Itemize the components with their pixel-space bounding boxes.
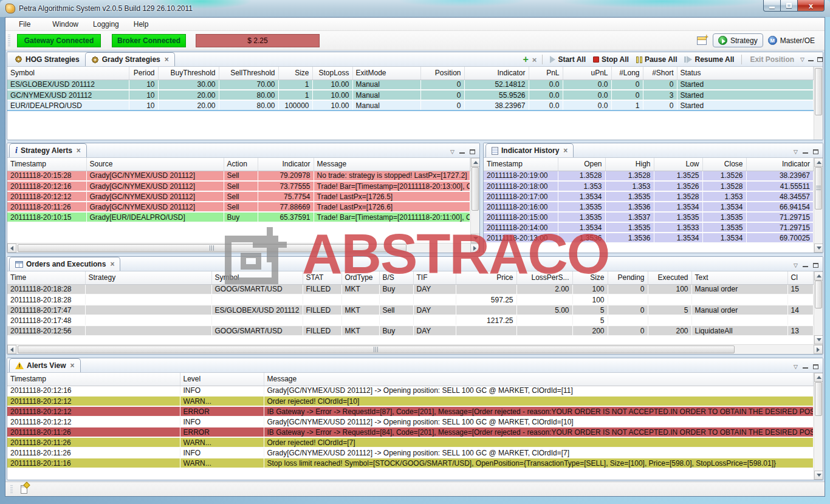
fast-view-icon[interactable] bbox=[21, 485, 27, 494]
table-row[interactable]: 20111118-20:12:16INFOGrady[GC/NYMEX/USD … bbox=[7, 386, 814, 396]
maximize-view-icon[interactable] bbox=[817, 57, 823, 62]
column-header[interactable]: PnL bbox=[529, 67, 563, 80]
table-row[interactable]: 20111118-20:18:28597.25100 bbox=[7, 295, 814, 305]
tab-indicator-history[interactable]: Indicator History × bbox=[485, 143, 574, 157]
open-perspective-icon[interactable] bbox=[697, 36, 707, 45]
stop-all-button[interactable]: Stop All bbox=[591, 55, 631, 64]
minimize-view-icon[interactable] bbox=[803, 266, 808, 268]
table-row[interactable]: 20111118-20:11:16WARN...Stop loss limit … bbox=[7, 458, 814, 468]
column-header[interactable]: Action bbox=[224, 158, 258, 171]
scroll-left-button[interactable] bbox=[7, 345, 16, 354]
pause-all-button[interactable]: Pause All bbox=[634, 55, 679, 64]
delete-strategy-icon[interactable]: × bbox=[532, 55, 537, 64]
column-header[interactable]: Indicator bbox=[464, 67, 529, 80]
column-header[interactable]: Price bbox=[456, 271, 516, 284]
table-row[interactable]: 20111118-20:17:47ES/GLOBEX/USD 201112FIL… bbox=[7, 305, 814, 315]
table-row[interactable]: 20111118-20:14:001.35341.35351.35331.353… bbox=[484, 222, 814, 233]
price-status-button[interactable]: $ 2.25 bbox=[196, 34, 320, 47]
column-header[interactable]: Symbol bbox=[211, 271, 303, 284]
column-header[interactable]: Pending bbox=[608, 271, 648, 284]
menu-item[interactable]: Help bbox=[126, 18, 156, 30]
view-menu-icon[interactable]: ▽ bbox=[794, 262, 798, 268]
perspective-strategy[interactable]: Strategy bbox=[713, 33, 763, 47]
minimize-view-icon[interactable] bbox=[459, 152, 465, 154]
close-tab-icon[interactable]: × bbox=[69, 361, 74, 370]
column-header[interactable]: #Short bbox=[643, 67, 677, 80]
perspective-master-oe[interactable]: M Master/OE bbox=[763, 34, 820, 47]
close-tab-icon[interactable]: × bbox=[109, 260, 114, 268]
maximize-button[interactable] bbox=[781, 0, 797, 12]
column-header[interactable]: TIF bbox=[413, 271, 456, 284]
maximize-view-icon[interactable] bbox=[813, 263, 818, 268]
column-header[interactable]: Message bbox=[264, 373, 814, 386]
table-row[interactable]: 20111118-20:10:15Grady[EUR/IDEALPRO/USD]… bbox=[7, 212, 470, 222]
close-tab-icon[interactable]: × bbox=[163, 55, 169, 64]
column-header[interactable]: BuyThreshold bbox=[158, 67, 219, 80]
table-row[interactable]: EUR/IDEALPRO/USD1020.0080.0010000010.00M… bbox=[7, 100, 814, 111]
table-row[interactable]: 20111118-20:18:28GOOG/SMART/USDFILLEDMKT… bbox=[7, 284, 814, 295]
vertical-scrollbar[interactable] bbox=[814, 271, 823, 344]
table-row[interactable]: 20111118-20:12:56GOOG/SMART/USDFILLEDMKT… bbox=[7, 325, 814, 336]
table-row[interactable]: 20111118-20:16:001.35351.35361.35341.353… bbox=[484, 202, 814, 212]
view-menu-icon[interactable]: ▽ bbox=[450, 149, 454, 155]
column-header[interactable]: Level bbox=[180, 373, 264, 386]
view-menu-icon[interactable]: ▽ bbox=[794, 149, 798, 155]
column-header[interactable]: Symbol bbox=[7, 67, 129, 80]
view-menu-icon[interactable]: ▽ bbox=[800, 56, 804, 63]
start-all-button[interactable]: Start All bbox=[548, 55, 588, 64]
toolbar-grip[interactable] bbox=[8, 35, 10, 47]
column-header[interactable]: Size bbox=[572, 271, 608, 284]
maximize-view-icon[interactable] bbox=[470, 149, 475, 154]
scroll-up-button[interactable] bbox=[814, 271, 823, 281]
table-row[interactable]: ES/GLOBEX/USD 2011121030.0070.00110.00Ma… bbox=[7, 80, 814, 90]
minimize-view-icon[interactable] bbox=[803, 367, 808, 369]
column-header[interactable]: STAT bbox=[303, 271, 341, 284]
maximize-view-icon[interactable] bbox=[813, 149, 818, 154]
table-row[interactable]: GC/NYMEX/USD 2011121020.0080.00110.00Man… bbox=[7, 90, 814, 100]
minimize-view-icon[interactable] bbox=[808, 60, 814, 62]
resume-all-button[interactable]: Resume All bbox=[682, 55, 736, 64]
table-row[interactable]: 20111118-20:18:001.3531.3531.35261.35284… bbox=[484, 181, 814, 191]
add-strategy-icon[interactable]: + bbox=[523, 55, 529, 64]
column-header[interactable]: Timestamp bbox=[7, 373, 180, 386]
column-header[interactable]: Timestamp bbox=[7, 158, 86, 171]
column-header[interactable]: Timestamp bbox=[484, 158, 558, 171]
tab-alerts-view[interactable]: Alerts View × bbox=[9, 358, 81, 372]
scroll-up-button[interactable] bbox=[814, 373, 823, 382]
scroll-down-button[interactable] bbox=[814, 471, 823, 480]
column-header[interactable]: Close bbox=[702, 158, 746, 171]
column-header[interactable]: Cl bbox=[787, 271, 814, 284]
table-row[interactable]: 20111118-20:17:001.35341.35351.35281.353… bbox=[484, 191, 814, 202]
table-row[interactable]: 20111118-20:11:26WARN...Order rejected! … bbox=[7, 437, 814, 448]
column-header[interactable]: Message bbox=[314, 158, 470, 171]
horizontal-scrollbar[interactable] bbox=[7, 243, 479, 253]
menu-item[interactable]: Window bbox=[45, 18, 86, 30]
column-header[interactable]: ExitMode bbox=[352, 67, 420, 80]
close-tab-icon[interactable]: × bbox=[562, 146, 568, 155]
column-header[interactable]: Source bbox=[86, 158, 224, 171]
vertical-scrollbar[interactable] bbox=[814, 158, 823, 253]
table-row[interactable]: 20111118-20:19:001.35281.35281.35251.352… bbox=[484, 171, 814, 181]
column-header[interactable]: B/S bbox=[379, 271, 413, 284]
column-header[interactable]: Executed bbox=[648, 271, 691, 284]
close-button[interactable]: x bbox=[797, 0, 825, 12]
tab-hog-strategies[interactable]: HOG Strategies bbox=[9, 52, 85, 66]
vertical-scrollbar[interactable] bbox=[814, 67, 823, 140]
column-header[interactable]: Status bbox=[677, 67, 814, 80]
column-header[interactable]: SellThreshold bbox=[219, 67, 278, 80]
table-row[interactable]: 20111118-20:13:001.35361.35361.35341.353… bbox=[484, 233, 814, 243]
vertical-scrollbar[interactable] bbox=[814, 373, 823, 480]
column-header[interactable]: Low bbox=[654, 158, 702, 171]
column-header[interactable]: StopLoss bbox=[312, 67, 352, 80]
scroll-right-button[interactable] bbox=[470, 243, 479, 253]
minimize-button[interactable] bbox=[763, 0, 781, 12]
broker-status-button[interactable]: Broker Connected bbox=[112, 34, 186, 47]
maximize-view-icon[interactable] bbox=[813, 364, 818, 369]
column-header[interactable]: High bbox=[605, 158, 654, 171]
column-header[interactable]: Period bbox=[129, 67, 158, 80]
menu-item[interactable]: Logging bbox=[86, 18, 126, 30]
table-row[interactable]: 20111118-20:11:26ERRORIB Gateway -> Erro… bbox=[7, 427, 814, 437]
table-row[interactable]: 20111118-20:12:12ERRORIB Gateway -> Erro… bbox=[7, 406, 814, 417]
horizontal-scrollbar[interactable] bbox=[7, 344, 823, 354]
column-header[interactable]: Position bbox=[420, 67, 464, 80]
